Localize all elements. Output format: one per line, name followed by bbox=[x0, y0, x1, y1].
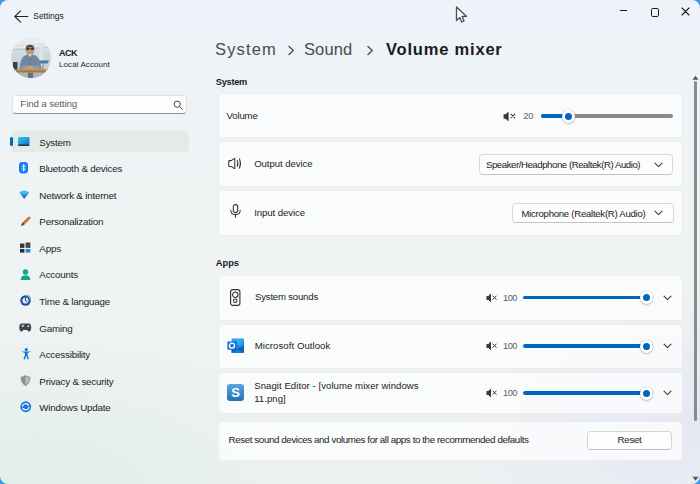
svg-text:S: S bbox=[231, 385, 240, 400]
